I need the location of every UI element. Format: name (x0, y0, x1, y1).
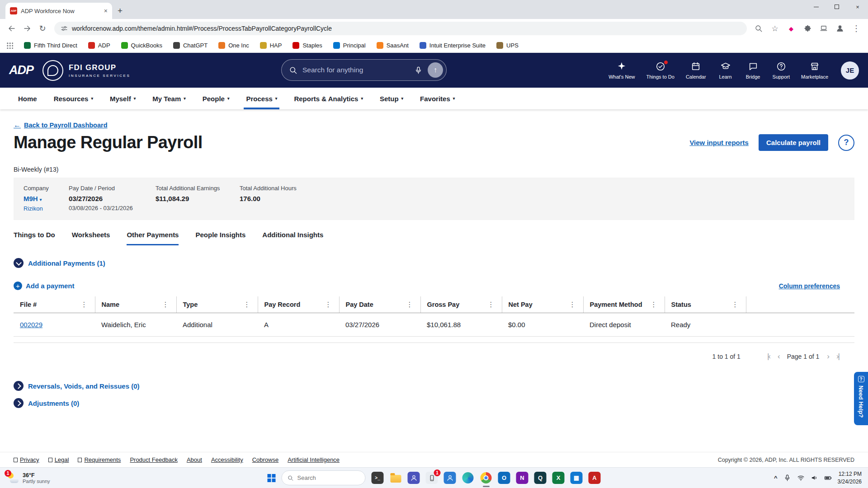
legal-link[interactable]: Legal (48, 456, 69, 463)
calculator-icon[interactable]: ▦ (571, 472, 583, 484)
volume-icon[interactable] (811, 474, 818, 482)
browser-profile-icon[interactable] (833, 21, 847, 36)
back-icon[interactable] (5, 21, 19, 36)
start-button[interactable] (268, 474, 276, 482)
expand-chevron-icon[interactable] (14, 398, 24, 408)
bookmark-fifth-third[interactable]: Fifth Third Direct (24, 42, 77, 49)
weather-widget[interactable]: 1 36°F Partly sunny (6, 472, 50, 484)
column-menu-icon[interactable]: ⋮ (406, 300, 413, 309)
bookmark-ups[interactable]: UPS (496, 42, 519, 49)
reversals-section-toggle[interactable]: Reversals, Voids, and Reissues (0) (14, 381, 854, 391)
tab-close-icon[interactable]: × (104, 7, 108, 14)
user-avatar[interactable]: JE (841, 61, 859, 80)
nav-item-myself[interactable]: Myself▾ (110, 88, 136, 109)
open-in-app-icon[interactable] (816, 21, 831, 36)
quickbooks-icon[interactable]: Q (534, 472, 547, 484)
search-input[interactable] (302, 66, 409, 74)
outlook-icon[interactable]: O (498, 472, 510, 484)
artificial-intelligence-link[interactable]: Artificial Intelligence (288, 456, 340, 463)
teams-icon[interactable] (408, 472, 420, 484)
bookmark-quickbooks[interactable]: QuickBooks (121, 42, 162, 49)
previous-page-icon[interactable]: ‹ (778, 352, 779, 361)
tab-other-payments[interactable]: Other Payments (127, 231, 179, 245)
whats-new-button[interactable]: What's New (609, 61, 635, 80)
back-to-dashboard-link[interactable]: ←Back to Payroll Dashboard (14, 121, 108, 129)
learn-button[interactable]: Learn (717, 61, 734, 80)
bookmark-star-icon[interactable]: ☆ (768, 21, 782, 36)
file-number-link[interactable]: 002029 (20, 321, 42, 328)
nav-item-setup[interactable]: Setup▾ (380, 88, 403, 109)
product-feedback-link[interactable]: Product Feedback (130, 456, 178, 463)
privacy-link[interactable]: Privacy (14, 456, 39, 463)
bookmark-chatgpt[interactable]: ChatGPT (173, 42, 208, 49)
voice-search-icon[interactable] (414, 66, 423, 75)
taskbar-search-input[interactable] (297, 474, 352, 481)
help-button[interactable]: ? (838, 135, 854, 151)
terminal-icon[interactable]: >_ (372, 472, 384, 484)
bookmark-one-inc[interactable]: One Inc (218, 42, 249, 49)
file-explorer-icon[interactable] (390, 472, 402, 484)
chrome-icon[interactable] (480, 472, 492, 484)
tab-additional-insights[interactable]: Additional Insights (262, 231, 323, 245)
forward-icon[interactable] (20, 21, 34, 36)
column-menu-icon[interactable]: ⋮ (488, 300, 495, 309)
excel-icon[interactable]: X (552, 472, 565, 484)
tab-worksheets[interactable]: Worksheets (72, 231, 110, 245)
column-menu-icon[interactable]: ⋮ (569, 300, 576, 309)
column-preferences-link[interactable]: Column preferences (779, 282, 840, 290)
onenote-icon[interactable]: N (516, 472, 528, 484)
column-menu-icon[interactable]: ⋮ (162, 300, 169, 309)
nav-item-reports-analytics[interactable]: Reports & Analytics▾ (294, 88, 363, 109)
find-icon[interactable] (751, 21, 766, 36)
tab-things-to-do[interactable]: Things to Do (14, 231, 55, 245)
refresh-icon[interactable]: ↻ (35, 21, 50, 36)
edge-icon[interactable] (462, 472, 474, 484)
additional-payments-section-toggle[interactable]: Additional Payments (1) (14, 258, 854, 268)
address-bar[interactable]: workforcenow.adp.com/theme/admin.html#/P… (54, 22, 747, 35)
collapse-chevron-icon[interactable] (14, 258, 24, 268)
bridge-button[interactable]: Bridge (745, 61, 761, 80)
nav-item-process[interactable]: Process▾ (246, 88, 277, 109)
phone-link-icon[interactable]: 1 (426, 472, 438, 484)
column-menu-icon[interactable]: ⋮ (244, 300, 250, 309)
browser-tab[interactable]: ADP ADP Workforce Now × (5, 3, 112, 19)
site-settings-icon[interactable] (61, 25, 68, 32)
nav-item-favorites[interactable]: Favorites▾ (420, 88, 455, 109)
adjustments-section-toggle[interactable]: Adjustments (0) (14, 398, 854, 408)
cobrowse-link[interactable]: Cobrowse (252, 456, 279, 463)
window-close-button[interactable]: × (847, 0, 868, 14)
about-link[interactable]: About (187, 456, 202, 463)
pinned-extension-icon[interactable]: ◆ (784, 21, 798, 36)
bookmark-staples[interactable]: Staples (292, 42, 322, 49)
window-maximize-button[interactable] (826, 0, 847, 14)
last-page-icon[interactable]: ›| (836, 352, 839, 361)
bookmark-adp[interactable]: ADP (88, 42, 110, 49)
column-menu-icon[interactable]: ⋮ (651, 300, 657, 309)
people-icon[interactable] (444, 472, 456, 484)
calculate-payroll-button[interactable]: Calculate payroll (759, 134, 828, 151)
nav-item-people[interactable]: People▾ (203, 88, 230, 109)
extensions-puzzle-icon[interactable] (800, 21, 815, 36)
search-submit-button[interactable]: ↑ (428, 62, 443, 78)
nav-item-home[interactable]: Home (18, 88, 37, 109)
new-tab-button[interactable]: + (118, 6, 123, 15)
company-dropdown[interactable]: M9H ▾ (24, 195, 69, 202)
window-minimize-button[interactable] (806, 0, 826, 14)
taskbar-clock[interactable]: 12:12 PM 3/24/2026 (838, 470, 862, 486)
first-page-icon[interactable]: |‹ (767, 352, 770, 361)
wifi-icon[interactable] (797, 474, 805, 482)
marketplace-button[interactable]: Marketplace (801, 61, 828, 80)
nav-item-my-team[interactable]: My Team▾ (152, 88, 186, 109)
taskbar-search[interactable] (282, 470, 366, 485)
bookmark-saasant[interactable]: SaasAnt (377, 42, 409, 49)
column-menu-icon[interactable]: ⋮ (325, 300, 332, 309)
expand-chevron-icon[interactable] (14, 381, 24, 391)
need-help-tab[interactable]: ? Need Help? (854, 372, 868, 425)
apps-grid-icon[interactable] (6, 42, 13, 49)
things-to-do-button[interactable]: Things to Do (646, 61, 675, 80)
tray-chevron-up-icon[interactable]: ^ (774, 474, 778, 481)
calendar-button[interactable]: Calendar (686, 61, 706, 80)
add-payment-plus-icon[interactable]: + (14, 282, 22, 290)
bookmark-hap[interactable]: HAP (260, 42, 282, 49)
browser-menu-icon[interactable]: ⋮ (849, 21, 863, 36)
